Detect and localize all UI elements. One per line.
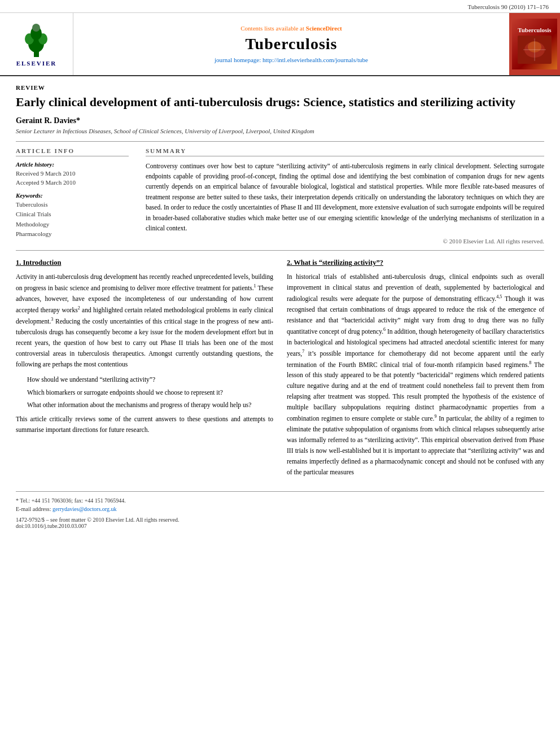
section1-heading: 1. Introduction (16, 259, 273, 267)
summary-text: Controversy continues over how best to c… (146, 161, 544, 234)
copyright-text: © 2010 Elsevier Ltd. All rights reserved… (146, 238, 544, 244)
section1-para1: Activity in anti-tuberculosis drug devel… (16, 272, 273, 369)
keyword-pharmacology: Pharmacology (16, 229, 129, 239)
top-bar: Tuberculosis 90 (2010) 171–176 (0, 0, 560, 13)
section2-para1: In historical trials of established anti… (287, 272, 544, 478)
author-name: Geraint R. Davies* (16, 116, 544, 125)
body-columns: 1. Introduction Activity in anti-tubercu… (16, 259, 544, 482)
sciencedirect-link: Contents lists available at ScienceDirec… (240, 25, 342, 32)
elsevier-logo-section: ELSEVIER (0, 13, 73, 75)
doi-text: doi:10.1016/j.tube.2010.03.007 (16, 523, 544, 529)
section1-para2: This article critically reviews some of … (16, 414, 273, 435)
journal-title: Tuberculosis (246, 35, 338, 53)
journal-header: ELSEVIER Contents lists available at Sci… (0, 13, 560, 76)
elsevier-logo: ELSEVIER (16, 22, 57, 67)
section-label: REVIEW (16, 84, 544, 91)
keyword-clinical-trials: Clinical Trials (16, 209, 129, 220)
email-address[interactable]: gerrydavies@doctors.org.uk (53, 506, 116, 512)
tb-thumbnail: Tuberculosis (512, 19, 557, 69)
article-history-label: Article history: (16, 161, 129, 168)
summary-section: SUMMARY Controversy continues over how b… (146, 147, 544, 245)
footnote-contact: * Tel.: +44 151 7063036; fax: +44 151 70… (16, 496, 544, 505)
author-affiliation: Senior Lecturer in Infectious Diseases, … (16, 128, 544, 134)
section1-list: How should we understand “sterilizing ac… (27, 374, 273, 411)
article-received: Received 9 March 2010 (16, 169, 129, 178)
keyword-tuberculosis: Tuberculosis (16, 200, 129, 210)
info-columns: ARTICLE INFO Article history: Received 9… (16, 147, 544, 245)
page-container: Tuberculosis 90 (2010) 171–176 ELSEVIER (0, 0, 560, 546)
list-item-1: How should we understand “sterilizing ac… (27, 374, 273, 385)
page-footer: * Tel.: +44 151 7063036; fax: +44 151 70… (16, 491, 544, 535)
main-content: REVIEW Early clinical development of ant… (0, 76, 560, 546)
footnote-tel: * Tel.: +44 151 7063036; fax: +44 151 70… (16, 497, 126, 504)
journal-homepage: journal homepage: http://intl.elsevierhe… (215, 56, 368, 63)
email-label: E-mail address: (16, 506, 51, 512)
section2-heading: 2. What is “sterilizing activity”? (287, 259, 544, 267)
sciencedirect-prefix: Contents lists available at (240, 25, 305, 32)
section2-column: 2. What is “sterilizing activity”? In hi… (287, 259, 544, 482)
journal-header-center: Contents lists available at ScienceDirec… (73, 13, 509, 75)
divider-1 (16, 141, 544, 142)
article-info-header: ARTICLE INFO (16, 147, 129, 156)
homepage-url[interactable]: http://intl.elsevierhealth.com/journals/… (262, 56, 368, 63)
svg-point-5 (32, 24, 40, 32)
list-item-2: Which biomarkers or surrogate endpoints … (27, 387, 273, 398)
elsevier-tree-icon (18, 22, 55, 59)
article-accepted: Accepted 9 March 2010 (16, 178, 129, 187)
divider-2 (16, 250, 544, 251)
list-item-3: What other information about the mechani… (27, 400, 273, 410)
tb-thumbnail-image (518, 36, 552, 64)
homepage-label: journal homepage: (215, 56, 262, 63)
article-info-section: ARTICLE INFO Article history: Received 9… (16, 147, 129, 245)
issn-text: 1472-9792/$ – see front matter © 2010 El… (16, 517, 544, 523)
sciencedirect-name[interactable]: ScienceDirect (306, 25, 342, 32)
keywords-label: Keywords: (16, 192, 129, 199)
tb-thumbnail-section: Tuberculosis (509, 13, 560, 75)
elsevier-label: ELSEVIER (16, 60, 57, 67)
keyword-methodology: Methodology (16, 220, 129, 230)
summary-header: SUMMARY (146, 147, 544, 156)
footnote-email: E-mail address: gerrydavies@doctors.org.… (16, 505, 544, 513)
section1-column: 1. Introduction Activity in anti-tubercu… (16, 259, 273, 482)
tb-thumbnail-label: Tuberculosis (515, 24, 553, 36)
article-title: Early clinical development of anti-tuber… (16, 94, 544, 111)
journal-reference: Tuberculosis 90 (2010) 171–176 (467, 3, 549, 10)
